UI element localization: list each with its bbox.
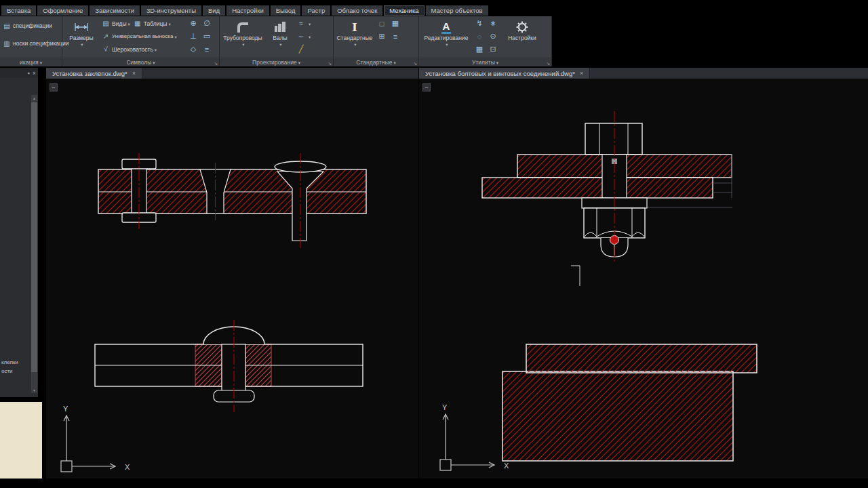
chevron-down-icon[interactable]	[241, 41, 244, 47]
dimensions-button[interactable]: Размеры	[63, 17, 100, 58]
ribbon-tab-bar: Вставка Оформление Зависимости 3D-инстру…	[1, 5, 488, 16]
pipes-button[interactable]: Трубопроводы	[220, 17, 265, 58]
palette-item-rivets[interactable]: клепки	[1, 359, 18, 365]
ribbon-tab-3d-tools[interactable]: 3D-инструменты	[141, 5, 201, 16]
box-tool-icon[interactable]: ⊡	[486, 43, 500, 56]
editing-label: Редактирование	[425, 35, 469, 41]
document-tab-bar: Установка болтовых и винтовых соединений…	[419, 68, 868, 79]
specification-button[interactable]: ▤ спецификации	[1, 17, 61, 35]
views-label: Виды	[112, 20, 127, 27]
pin-icon[interactable]: ▪	[28, 70, 30, 77]
dialog-launcher-icon[interactable]	[546, 61, 550, 66]
palette-item[interactable]: ости	[1, 368, 13, 374]
grid-tool-icon[interactable]: ▦	[473, 43, 486, 56]
views-button[interactable]: ▤ Виды	[100, 17, 132, 30]
table-icon: ▦	[133, 20, 142, 27]
chevron-down-icon[interactable]	[151, 59, 155, 66]
close-icon[interactable]: ×	[580, 70, 583, 77]
chevron-down-icon[interactable]	[167, 20, 170, 27]
document-tab-rivets[interactable]: Установка заклёпок.dwg* ×	[46, 68, 142, 79]
drawing-canvas-bolts[interactable]: −	[419, 79, 868, 479]
viewport-controls[interactable]: −	[50, 83, 58, 92]
scroll-up-icon[interactable]: ▲	[31, 95, 37, 101]
shafts-button[interactable]: Валы	[265, 17, 295, 58]
circle-tool-icon[interactable]: ◌	[473, 30, 486, 43]
chevron-down-icon[interactable]	[307, 33, 311, 40]
panel-utilities: A Редактирование ↯ ∗ ◌ ⊙ ▦ ⊡ Настройки У…	[419, 16, 552, 66]
ucs-icon	[61, 415, 115, 472]
document-tab-bar: Установка заклёпок.dwg* ×	[46, 68, 418, 79]
coil-icon: ∼	[296, 33, 306, 40]
chevron-down-icon[interactable]	[79, 41, 83, 47]
dialog-launcher-icon[interactable]	[413, 61, 417, 66]
standard-parts-label: Стандартные	[336, 35, 372, 41]
ribbon-tab-view[interactable]: Вид	[203, 5, 225, 16]
dialog-launcher-icon[interactable]	[328, 61, 332, 66]
viewport-controls[interactable]: −	[422, 83, 431, 92]
document-tab-bolts[interactable]: Установка болтовых и винтовых соединений…	[419, 68, 590, 79]
scrollbar[interactable]: ▲ ▼	[31, 95, 37, 393]
settings-button[interactable]: Настройки	[502, 17, 542, 58]
symbol-tool-icon[interactable]: ∗	[486, 17, 500, 30]
chevron-down-icon[interactable]	[353, 41, 356, 47]
chevron-down-icon[interactable]	[307, 20, 311, 27]
chevron-down-icon[interactable]	[444, 41, 448, 47]
ribbon-tab-mechanical[interactable]: Механика	[384, 5, 424, 16]
panel-label-design: Проектирование	[220, 58, 333, 66]
sketch-button[interactable]: ╱	[295, 43, 325, 56]
document-icon: ▥	[2, 40, 12, 47]
datum-icon[interactable]: ⊥	[186, 30, 200, 43]
bom-icon[interactable]: ⊞	[375, 30, 389, 43]
chevron-down-icon[interactable]	[278, 41, 281, 47]
chevron-down-icon[interactable]	[173, 33, 176, 40]
universal-leader-button[interactable]: ↗ Универсальная выноска	[100, 30, 186, 43]
chevron-down-icon[interactable]	[495, 59, 498, 66]
dialog-launcher-icon[interactable]	[214, 61, 218, 66]
ribbon-tab-constraints[interactable]: Зависимости	[90, 5, 140, 16]
roughness-icon: √	[101, 45, 111, 53]
weld-symbol-icon[interactable]: ≡	[200, 43, 214, 56]
chevron-down-icon[interactable]	[392, 59, 395, 66]
panel-label-specification: икация	[0, 58, 62, 66]
spring-icon: ≈	[296, 20, 306, 27]
springs-button[interactable]: ≈	[295, 17, 325, 30]
tables-button[interactable]: ▦ Таблицы	[132, 17, 172, 30]
close-icon[interactable]: ×	[132, 70, 136, 77]
parts-list-icon[interactable]: ≡	[389, 30, 402, 43]
universal-leader-label: Универсальная выноска	[112, 33, 173, 39]
target-tool-icon[interactable]: ⊙	[486, 30, 500, 43]
grid-icon[interactable]: ▦	[389, 17, 402, 30]
editing-button[interactable]: A Редактирование	[420, 17, 473, 58]
ribbon-tab-raster[interactable]: Растр	[302, 5, 330, 16]
fastener-frame-icon[interactable]: □	[375, 17, 389, 30]
spec-leader-button[interactable]: ▥ носки спецификации	[1, 35, 61, 52]
chevron-down-icon[interactable]	[153, 46, 157, 53]
chevron-down-icon[interactable]	[297, 59, 300, 66]
leader-icon: ↗	[101, 33, 111, 40]
ribbon-tab-object-wizard[interactable]: Мастер объектов	[426, 5, 488, 16]
center-mark-icon[interactable]: ⊕	[186, 17, 200, 30]
scrollbar-thumb[interactable]	[31, 102, 37, 372]
panel-label-utilities: Утилиты	[419, 58, 551, 66]
drawing-canvas-rivets[interactable]: −	[46, 79, 418, 479]
settings-label: Настройки	[508, 35, 536, 41]
close-icon[interactable]: ×	[33, 70, 36, 77]
dimensions-label: Размеры	[69, 35, 93, 41]
ribbon-tab-insert[interactable]: Вставка	[1, 5, 36, 16]
edge-symbol-icon[interactable]: ◇	[186, 43, 200, 56]
ribbon-tab-settings[interactable]: Настройки	[226, 5, 269, 16]
diameter-icon[interactable]: ∅	[200, 17, 214, 30]
feature-frame-icon[interactable]: ▭	[200, 30, 214, 43]
chevron-down-icon[interactable]	[127, 20, 130, 27]
roughness-button[interactable]: √ Шероховатость	[100, 43, 186, 56]
roughness-label: Шероховатость	[112, 46, 153, 53]
power-tool-icon[interactable]: ↯	[473, 17, 486, 30]
plate-section-view	[502, 344, 757, 461]
ribbon-tab-output[interactable]: Вывод	[271, 5, 301, 16]
standard-parts-button[interactable]: I Стандартные	[334, 17, 375, 58]
chevron-down-icon[interactable]	[39, 59, 42, 66]
chains-button[interactable]: ∼	[295, 30, 325, 43]
ribbon-tab-annotate[interactable]: Оформление	[37, 5, 88, 16]
ribbon-tab-point-cloud[interactable]: Облако точек	[332, 5, 382, 16]
scroll-down-icon[interactable]: ▼	[31, 387, 37, 393]
